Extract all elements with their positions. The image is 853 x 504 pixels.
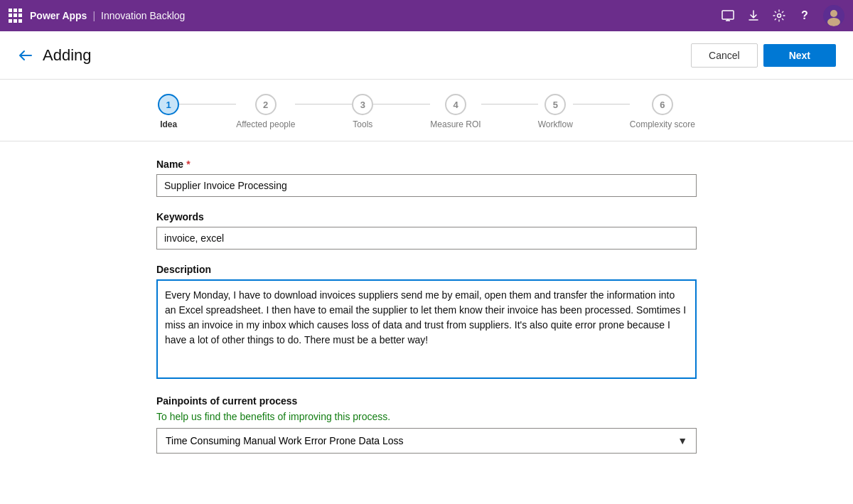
name-input[interactable] bbox=[156, 174, 697, 197]
name-required: * bbox=[186, 159, 190, 170]
step-6-circle[interactable]: 6 bbox=[652, 94, 673, 115]
keywords-input[interactable] bbox=[156, 227, 697, 250]
painpoints-label: Painpoints of current process bbox=[156, 395, 697, 407]
page-header: Adding Cancel Next bbox=[0, 31, 853, 80]
step-line-5-6 bbox=[573, 104, 630, 104]
app-name: Power Apps bbox=[30, 10, 87, 21]
separator: | bbox=[92, 10, 95, 21]
painpoints-value: Time Consuming Manual Work Error Prone D… bbox=[166, 435, 404, 446]
svg-rect-0 bbox=[722, 11, 734, 19]
section-name: Innovation Backlog bbox=[101, 10, 185, 21]
topbar-icons: ? bbox=[721, 5, 844, 26]
topbar: Power Apps | Innovation Backlog ? bbox=[0, 0, 853, 31]
step-3-circle[interactable]: 3 bbox=[352, 94, 373, 115]
name-field-group: Name * bbox=[156, 159, 697, 197]
download-icon[interactable] bbox=[746, 9, 761, 23]
step-4-circle[interactable]: 4 bbox=[445, 94, 466, 115]
step-line-1-2 bbox=[179, 104, 236, 104]
painpoints-helper: To help us find the benefits of improvin… bbox=[156, 411, 697, 422]
grid-icon[interactable] bbox=[9, 9, 23, 23]
screen-icon[interactable] bbox=[721, 9, 735, 23]
step-5: 5 Workflow bbox=[538, 94, 573, 129]
cancel-button[interactable]: Cancel bbox=[691, 43, 758, 68]
back-button[interactable] bbox=[17, 47, 34, 64]
step-6-label: Complexity score bbox=[630, 119, 695, 129]
step-line-4-5 bbox=[481, 104, 538, 104]
step-1-label: Idea bbox=[160, 119, 177, 129]
step-2-circle[interactable]: 2 bbox=[255, 94, 277, 115]
painpoints-dropdown[interactable]: Time Consuming Manual Work Error Prone D… bbox=[156, 428, 697, 454]
name-label: Name * bbox=[156, 159, 697, 170]
page-title: Adding bbox=[43, 46, 691, 65]
step-4-label: Measure ROI bbox=[430, 119, 481, 129]
step-6: 6 Complexity score bbox=[630, 94, 695, 129]
step-5-label: Workflow bbox=[538, 119, 573, 129]
step-3: 3 Tools bbox=[352, 94, 373, 129]
step-2: 2 Affected people bbox=[236, 94, 295, 129]
description-label: Description bbox=[156, 264, 697, 275]
step-1-circle[interactable]: 1 bbox=[158, 94, 179, 115]
step-2-label: Affected people bbox=[236, 119, 295, 129]
step-4: 4 Measure ROI bbox=[430, 94, 481, 129]
settings-icon[interactable] bbox=[772, 9, 786, 23]
step-3-label: Tools bbox=[353, 119, 372, 129]
svg-point-4 bbox=[778, 14, 781, 18]
main-content: Name * Keywords Description Every Monday… bbox=[0, 141, 853, 502]
description-input[interactable]: Every Monday, I have to download invoice… bbox=[156, 279, 697, 379]
keywords-field-group: Keywords bbox=[156, 211, 697, 250]
help-icon[interactable]: ? bbox=[798, 9, 812, 23]
next-button[interactable]: Next bbox=[763, 44, 836, 67]
avatar[interactable] bbox=[823, 5, 844, 26]
keywords-label: Keywords bbox=[156, 211, 697, 222]
svg-point-5 bbox=[830, 10, 837, 17]
chevron-down-icon: ▼ bbox=[677, 435, 687, 446]
description-field-group: Description Every Monday, I have to down… bbox=[156, 264, 697, 381]
step-line-3-4 bbox=[373, 104, 430, 104]
step-line-2-3 bbox=[295, 104, 352, 104]
step-1: 1 Idea bbox=[158, 94, 179, 129]
step-5-circle[interactable]: 5 bbox=[544, 94, 566, 115]
painpoints-field-group: Painpoints of current process To help us… bbox=[156, 395, 697, 454]
steps-container: 1 Idea 2 Affected people 3 Tools 4 Measu… bbox=[0, 80, 853, 141]
svg-point-6 bbox=[827, 18, 840, 26]
